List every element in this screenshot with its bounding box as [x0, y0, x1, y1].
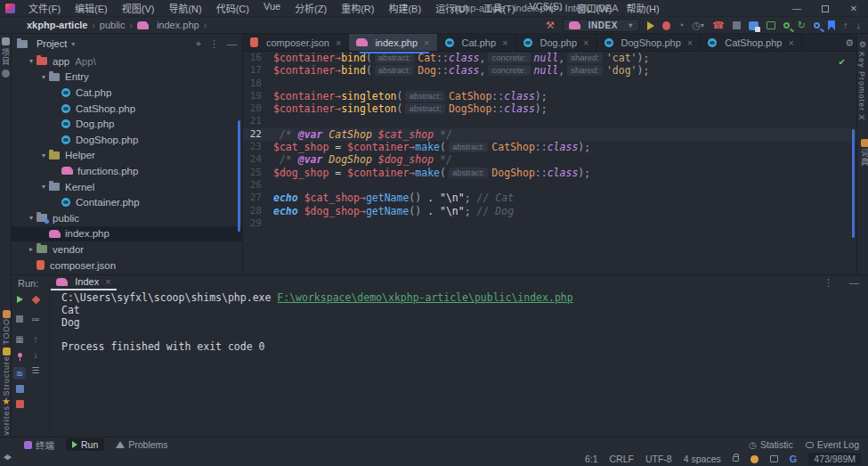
- tree-item-DogShop.php[interactable]: DogShop.php: [12, 132, 242, 148]
- breadcrumb-item[interactable]: xkphp-article: [27, 20, 87, 30]
- indent-setting[interactable]: 4 spaces: [684, 454, 721, 464]
- event-log-button[interactable]: Event Log: [806, 439, 859, 450]
- file-encoding[interactable]: UTF-8: [645, 454, 672, 464]
- code-line-28[interactable]: 28echo $dog_shop→getName() . "\n"; // Do…: [243, 205, 856, 217]
- tab-close-icon[interactable]: ×: [105, 276, 110, 287]
- attach-phone-icon[interactable]: ☎: [712, 20, 725, 30]
- run-console[interactable]: C:\Users\syfxl\scoop\shims\php.exe F:\wo…: [49, 292, 850, 435]
- problems-button[interactable]: Problems: [110, 438, 174, 451]
- statistic-button[interactable]: ◷ Statistic: [749, 439, 793, 450]
- editor-scrollbar[interactable]: [852, 129, 855, 238]
- menu-item-6[interactable]: 分析(Z): [288, 0, 333, 17]
- up-stack-trace-icon[interactable]: ↑: [29, 332, 42, 345]
- code-line-26[interactable]: 26: [243, 179, 856, 192]
- tree-item-vendor[interactable]: ▸vendor: [12, 241, 242, 258]
- rerun-button[interactable]: [13, 293, 26, 306]
- tree-item-Kernel[interactable]: ▾Kernel: [12, 179, 242, 195]
- tree-expanded-icon[interactable]: ▾: [38, 151, 49, 159]
- code-line-17[interactable]: 17$container→bind(abstract:Dog::class,co…: [243, 64, 856, 77]
- stop-button[interactable]: [733, 21, 741, 29]
- down-stack-trace-icon[interactable]: ↓: [29, 348, 42, 361]
- tree-item-Dog.php[interactable]: Dog.php: [12, 116, 242, 132]
- toolwindow-toggle-icon[interactable]: [4, 454, 12, 464]
- dictionary-stripe-button[interactable]: 词典: [859, 139, 868, 167]
- maximize-button[interactable]: [811, 0, 840, 17]
- tree-item-index.php[interactable]: index.php: [12, 226, 242, 242]
- code-line-16[interactable]: 16$container→bind(abstract:Cat::class,co…: [243, 52, 856, 64]
- options-menu-icon[interactable]: ⋮: [209, 38, 219, 50]
- sync-refresh-icon[interactable]: ↻: [798, 20, 806, 30]
- console-file-link[interactable]: F:\workspace\demo\xkphp-article\public\i…: [277, 291, 572, 304]
- line-separator[interactable]: CRLF: [610, 454, 634, 464]
- print-console-icon[interactable]: [13, 382, 26, 395]
- structure-stripe-button[interactable]: Structure: [2, 347, 11, 399]
- find-icon[interactable]: [814, 22, 820, 29]
- tab-options-gear-icon[interactable]: ⚙: [845, 37, 854, 49]
- profiler-button[interactable]: ◷▾: [692, 20, 704, 30]
- tree-item-Cat.php[interactable]: Cat.php: [12, 85, 242, 101]
- terminal-button[interactable]: 终端: [18, 437, 61, 453]
- screenshot-icon[interactable]: [749, 21, 758, 30]
- build-hammer-icon[interactable]: ⚒: [546, 20, 555, 30]
- tree-item-composer.json[interactable]: composer.json: [12, 258, 242, 274]
- hide-panel-icon[interactable]: —: [227, 38, 237, 49]
- run-panel-options-icon[interactable]: ⋮: [823, 277, 833, 289]
- run-panel-hide-icon[interactable]: —: [849, 277, 859, 289]
- code-line-29[interactable]: 29: [243, 217, 856, 230]
- tree-item-public[interactable]: ▾public: [12, 210, 242, 226]
- code-line-20[interactable]: 20$container→singleton(abstract:DogShop:…: [243, 102, 856, 115]
- project-stripe-button[interactable]: 项目: [0, 34, 11, 78]
- caret-position[interactable]: 6:1: [585, 454, 598, 464]
- editor-tab-DogShop.php[interactable]: DogShop.php×: [597, 34, 702, 51]
- tab-close-icon[interactable]: ×: [583, 37, 588, 48]
- close-button[interactable]: ✕: [840, 0, 868, 17]
- run-button[interactable]: [647, 21, 654, 30]
- menu-item-4[interactable]: 代码(C): [210, 0, 256, 17]
- tree-item-app[interactable]: ▾appApp\: [12, 53, 242, 69]
- menu-item-5[interactable]: Vue: [257, 0, 287, 17]
- code-editor[interactable]: 16$container→bind(abstract:Cat::class,co…: [243, 52, 856, 274]
- clear-console-icon[interactable]: [13, 397, 26, 410]
- tab-close-icon[interactable]: ×: [788, 37, 793, 48]
- tree-collapsed-icon[interactable]: ▸: [26, 245, 37, 253]
- plugin-paw-icon[interactable]: [750, 455, 758, 463]
- editor-tab-CatShop.php[interactable]: CatShop.php×: [701, 34, 802, 51]
- readonly-lock-icon[interactable]: [733, 456, 739, 462]
- menu-item-1[interactable]: 编辑(E): [69, 0, 114, 17]
- editor-tab-index.php[interactable]: index.php×: [349, 34, 437, 51]
- code-line-19[interactable]: 19$container→singleton(abstract:CatShop:…: [243, 90, 856, 102]
- device-icon[interactable]: [770, 455, 778, 462]
- menu-item-2[interactable]: 视图(V): [116, 0, 161, 17]
- menu-item-7[interactable]: 重构(R): [335, 0, 380, 17]
- tree-expanded-icon[interactable]: ▾: [26, 57, 37, 65]
- run-tab-index[interactable]: Index ×: [51, 275, 116, 290]
- tree-expanded-icon[interactable]: ▾: [26, 214, 37, 222]
- key-promoter-stripe-button[interactable]: ⚙ Key Promoter X: [857, 34, 868, 121]
- minimize-button[interactable]: —: [783, 0, 811, 17]
- tree-item-Container.php[interactable]: Container.php: [12, 194, 242, 210]
- breadcrumb-item[interactable]: public: [100, 20, 126, 30]
- google-g-icon[interactable]: G: [790, 454, 798, 464]
- menu-item-8[interactable]: 构建(B): [382, 0, 427, 17]
- soft-wrap-toggle[interactable]: ≋: [13, 367, 26, 380]
- breadcrumb-item[interactable]: index.php: [157, 20, 199, 30]
- run-config-selector[interactable]: INDEX ▾: [563, 19, 639, 32]
- tree-item-CatShop.php[interactable]: CatShop.php: [12, 101, 242, 117]
- code-line-27[interactable]: 27echo $cat_shop→getName() . "\n"; // Ca…: [243, 192, 856, 204]
- locate-file-icon[interactable]: ⌖: [196, 38, 201, 50]
- tree-item-Entry[interactable]: ▾Entry: [12, 69, 242, 86]
- code-line-22[interactable]: 22 /* @var CatShop $cat_shop */: [243, 128, 856, 141]
- stop-process-button[interactable]: [13, 313, 26, 325]
- console-menu-icon[interactable]: ☰: [29, 364, 42, 376]
- code-line-21[interactable]: 21: [243, 115, 856, 127]
- clear-all-brush-icon[interactable]: [29, 293, 42, 306]
- tab-close-icon[interactable]: ×: [424, 37, 429, 48]
- run-toolwindow-button[interactable]: Run: [66, 438, 104, 451]
- menu-item-3[interactable]: 导航(N): [162, 0, 207, 17]
- open-window-icon[interactable]: [767, 21, 775, 29]
- editor-tab-Cat.php[interactable]: Cat.php×: [438, 34, 516, 51]
- code-line-24[interactable]: 24 /* @var DogShop $dog_shop */: [243, 153, 856, 166]
- project-scrollbar[interactable]: [238, 120, 240, 232]
- tree-expanded-icon[interactable]: ▾: [38, 183, 49, 191]
- tab-close-icon[interactable]: ×: [687, 37, 693, 48]
